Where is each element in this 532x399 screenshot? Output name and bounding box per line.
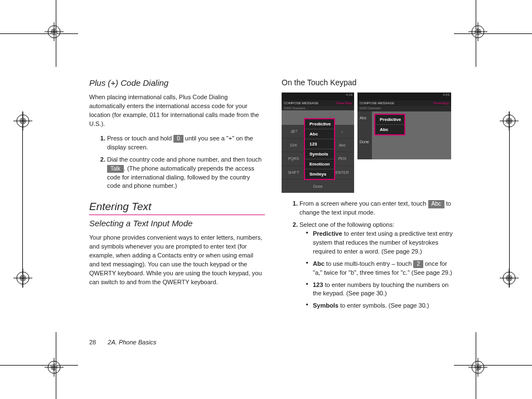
key-abc: Abc xyxy=(428,200,444,208)
page-number: 28 xyxy=(89,339,96,346)
crop-mark-icon xyxy=(13,111,32,130)
input-mode-menu: Predictive Abc 123 Symbols Emoticon Smil… xyxy=(304,118,335,180)
paragraph: Your phone provides convenient ways to e… xyxy=(89,233,265,287)
status-bar: 4:03 xyxy=(357,93,451,100)
key-talk: Talk xyxy=(107,165,124,173)
page-footer: 28 2A. Phone Basics xyxy=(89,339,156,346)
menu-item: Abc xyxy=(305,129,334,139)
bullet-list: Predictive to enter text using a predict… xyxy=(299,230,457,311)
list-item: Press or touch and hold 0 until you see … xyxy=(107,134,265,152)
crop-mark-icon xyxy=(468,22,487,41)
heading-plus-code: Plus (+) Code Dialing xyxy=(89,78,265,87)
char-count: 0/200 Characters xyxy=(282,106,354,110)
crop-mark-icon xyxy=(500,269,519,288)
list-item: Dial the country code and phone number, … xyxy=(107,155,265,191)
phone-mockups: 4:16 COMPOSE MESSAGEPreset Msgs 0/200 Ch… xyxy=(282,93,457,193)
screen-title: COMPOSE MESSAGEPreset Msgs xyxy=(357,100,451,106)
menu-item: Predictive xyxy=(375,115,404,125)
key-two: 2 xyxy=(413,260,423,269)
menu-item: 123 xyxy=(305,139,334,149)
ordered-list: Press or touch and hold 0 until you see … xyxy=(89,134,265,191)
heading-select-mode: Selecting a Text Input Mode xyxy=(89,218,265,228)
ordered-list: From a screen where you can enter text, … xyxy=(282,199,457,310)
crop-mark-icon xyxy=(468,358,487,377)
crop-mark-icon xyxy=(500,111,519,130)
text: From a screen where you can enter text, … xyxy=(299,200,428,207)
list-item: From a screen where you can enter text, … xyxy=(299,199,457,217)
input-mode-menu: Predictive Abc xyxy=(374,114,405,135)
menu-item: Emoticon xyxy=(305,159,334,169)
list-item: Select one of the following options: Pre… xyxy=(299,221,457,310)
menu-item: Smileys xyxy=(305,169,334,179)
menu-item: Predictive xyxy=(305,119,334,129)
left-column: Plus (+) Code Dialing When placing inter… xyxy=(89,78,265,316)
phone-screenshot-keypad: 4:16 COMPOSE MESSAGEPreset Msgs 0/200 Ch… xyxy=(282,93,354,193)
crop-mark-icon xyxy=(45,22,64,41)
menu-item: Symbols xyxy=(305,149,334,159)
menu-item: Abc xyxy=(375,125,404,134)
section-label: 2A. Phone Basics xyxy=(108,339,156,346)
screen-title: COMPOSE MESSAGEPreset Msgs xyxy=(282,100,354,106)
paragraph: When placing international calls, Plus C… xyxy=(89,93,265,129)
list-item: Predictive to enter text using a predict… xyxy=(313,230,457,256)
phone-screenshot-landscape: 4:03 COMPOSE MESSAGEPreset Msgs 0/200 Ch… xyxy=(357,93,451,159)
right-column: On the Touch Keypad 4:16 COMPOSE MESSAGE… xyxy=(282,78,457,316)
heading-entering-text: Entering Text xyxy=(89,201,265,215)
text: . (The phone automatically prepends the … xyxy=(107,165,254,189)
list-item: Symbols to enter symbols. (See page 30.) xyxy=(313,301,457,310)
crop-mark-icon xyxy=(45,358,64,377)
list-item: 123 to enter numbers by touching the num… xyxy=(313,281,457,299)
crop-mark-icon xyxy=(13,269,32,288)
list-item: Abc to use multi-touch entry – touch 2 o… xyxy=(313,260,457,278)
key-zero: 0 xyxy=(173,135,183,143)
char-count: 0/200 Characters xyxy=(357,106,451,110)
page-body: Plus (+) Code Dialing When placing inter… xyxy=(89,78,457,316)
text: Dial the country code and phone number, … xyxy=(107,156,262,163)
text: Press or touch and hold xyxy=(107,135,173,142)
heading-touch-keypad: On the Touch Keypad xyxy=(282,78,457,87)
status-bar: 4:16 xyxy=(282,93,354,100)
text: Select one of the following options: xyxy=(299,221,394,228)
